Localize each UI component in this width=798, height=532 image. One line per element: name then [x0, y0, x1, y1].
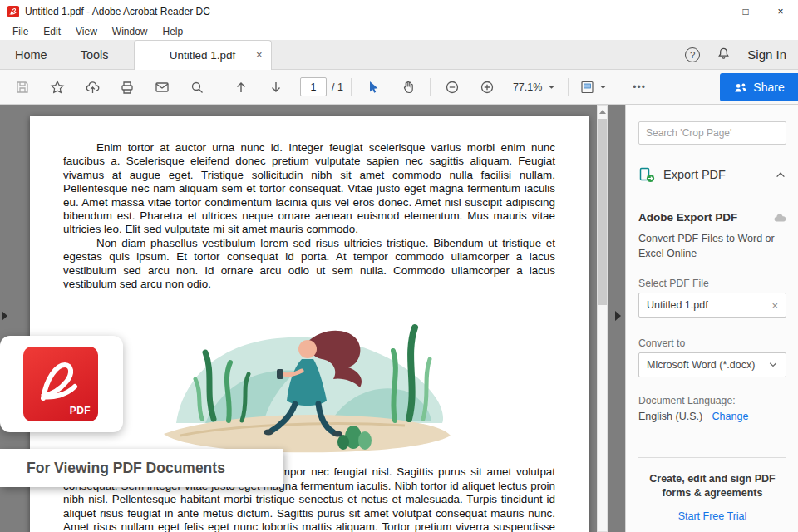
- page-display-dropdown[interactable]: [573, 75, 613, 100]
- section-description: Convert PDF Files to Word or Excel Onlin…: [638, 231, 780, 261]
- selection-tool-button[interactable]: [356, 75, 391, 100]
- cloud-upload-icon: [85, 80, 101, 95]
- format-select-value: Microsoft Word (*.docx): [647, 359, 755, 371]
- share-people-icon: [733, 81, 747, 94]
- zoom-level-value: 77.1%: [513, 81, 542, 93]
- more-tools-button[interactable]: •••: [623, 81, 656, 93]
- menu-window[interactable]: Window: [105, 26, 155, 37]
- pdf-logo-card: PDF: [0, 336, 123, 432]
- chevron-right-icon: [2, 311, 7, 321]
- page-paragraph: Non diam phasellus vestibulum lorem sed …: [63, 237, 555, 292]
- scrollbar-thumb[interactable]: [598, 119, 607, 305]
- export-pdf-header[interactable]: Export PDF: [638, 160, 786, 190]
- cloud-icon: [773, 212, 786, 223]
- acrobat-window: Untitled 1.pdf - Adobe Acrobat Reader DC…: [0, 0, 798, 532]
- select-file-label: Select PDF File: [638, 278, 709, 289]
- menu-view[interactable]: View: [68, 26, 105, 37]
- language-row: English (U.S.) Change: [638, 411, 748, 422]
- caption-banner: For Viewing PDF Documents: [0, 449, 283, 487]
- left-panel-handle[interactable]: [2, 311, 12, 324]
- previous-page-button[interactable]: [224, 75, 259, 100]
- tabbar-right-group: ? Sign In: [685, 47, 786, 63]
- tools-panel: Export PDF Adobe Export PDF Convert PDF …: [625, 105, 798, 532]
- hand-icon: [401, 80, 416, 95]
- pdf-badge-label: PDF: [70, 405, 91, 416]
- selected-file-name: Untitled 1.pdf: [647, 299, 708, 311]
- page-paragraph: Enim tortor at auctor urna nunc id. Inte…: [63, 141, 555, 237]
- document-language-label: Document Language:: [638, 395, 736, 406]
- close-button[interactable]: ×: [763, 0, 798, 23]
- page-display-icon: [579, 80, 595, 95]
- selected-file-box[interactable]: Untitled 1.pdf ×: [638, 293, 786, 318]
- toolbar-separator: [618, 78, 618, 96]
- zoom-out-button[interactable]: [435, 75, 470, 100]
- menu-help[interactable]: Help: [155, 26, 191, 37]
- section-header: Adobe Export PDF: [638, 211, 786, 224]
- start-free-trial-link[interactable]: Start Free Trial: [678, 510, 747, 522]
- clear-file-icon[interactable]: ×: [771, 299, 778, 312]
- printer-icon: [120, 80, 135, 95]
- minimize-button[interactable]: –: [693, 0, 728, 23]
- tab-bar: Home Tools Untitled 1.pdf × ? Sign In: [0, 40, 798, 70]
- export-pdf-icon: [638, 167, 655, 183]
- adobe-pdf-logo: PDF: [23, 347, 98, 421]
- cursor-arrow-icon: [366, 80, 381, 95]
- menu-bar: File Edit View Window Help: [0, 23, 798, 40]
- section-title: Adobe Export PDF: [638, 211, 737, 224]
- print-button[interactable]: [110, 75, 145, 100]
- right-panel-handle[interactable]: [615, 311, 625, 324]
- zoom-out-icon: [445, 80, 460, 95]
- language-value: English (U.S.): [638, 411, 702, 422]
- tab-tools[interactable]: Tools: [76, 48, 114, 62]
- next-page-button[interactable]: [259, 75, 293, 100]
- zoom-in-button[interactable]: [470, 75, 505, 100]
- email-button[interactable]: [145, 75, 180, 100]
- close-tab-icon[interactable]: ×: [256, 48, 263, 61]
- menu-edit[interactable]: Edit: [36, 26, 68, 37]
- star-icon: [50, 80, 65, 95]
- titlebar: Untitled 1.pdf - Adobe Acrobat Reader DC…: [0, 0, 798, 23]
- menu-file[interactable]: File: [5, 26, 36, 37]
- caret-down-icon: [599, 85, 607, 90]
- document-illustration: [155, 294, 463, 461]
- zoom-level-dropdown[interactable]: 77.1%: [505, 75, 564, 100]
- window-controls: – □ ×: [693, 0, 798, 23]
- caption-text: For Viewing PDF Documents: [27, 460, 225, 477]
- tab-document[interactable]: Untitled 1.pdf ×: [134, 40, 272, 70]
- chevron-right-icon: [615, 311, 621, 321]
- save-icon: [15, 80, 30, 95]
- help-icon[interactable]: ?: [685, 47, 700, 62]
- page-number-input[interactable]: [300, 77, 327, 96]
- favorite-star-button[interactable]: [40, 75, 75, 100]
- cloud-upload-button[interactable]: [75, 75, 110, 100]
- search-input[interactable]: [638, 121, 786, 145]
- search-tool-button[interactable]: [180, 75, 214, 100]
- acrobat-app-icon: [7, 6, 19, 17]
- magnifier-icon: [190, 80, 204, 95]
- main-toolbar: / 1 77.1% ••• Share: [0, 70, 798, 105]
- document-canvas[interactable]: Enim tortor at auctor urna nunc id. Inte…: [0, 105, 798, 532]
- format-select[interactable]: Microsoft Word (*.docx): [638, 352, 786, 377]
- document-tab-label: Untitled 1.pdf: [170, 49, 236, 62]
- arrow-up-icon: [234, 80, 249, 95]
- envelope-icon: [155, 80, 170, 95]
- sign-in-button[interactable]: Sign In: [747, 47, 786, 62]
- tab-home[interactable]: Home: [10, 48, 52, 62]
- notifications-bell-icon[interactable]: [717, 47, 731, 63]
- vertical-scrollbar[interactable]: [597, 105, 608, 532]
- chevron-up-icon[interactable]: [775, 170, 786, 180]
- hand-tool-button[interactable]: [391, 75, 426, 100]
- caret-down-icon: [548, 85, 555, 90]
- scroll-up-arrow-icon[interactable]: [599, 110, 606, 114]
- zoom-in-icon: [480, 80, 495, 95]
- maximize-button[interactable]: □: [728, 0, 763, 23]
- share-label: Share: [753, 81, 784, 94]
- toolbar-separator: [430, 78, 431, 96]
- convert-to-label: Convert to: [638, 337, 685, 349]
- toolbar-separator: [568, 78, 569, 96]
- export-pdf-label: Export PDF: [663, 168, 726, 181]
- change-language-link[interactable]: Change: [712, 411, 749, 422]
- save-button[interactable]: [5, 75, 40, 100]
- toolbar-separator: [219, 78, 219, 96]
- share-button[interactable]: Share: [720, 73, 798, 101]
